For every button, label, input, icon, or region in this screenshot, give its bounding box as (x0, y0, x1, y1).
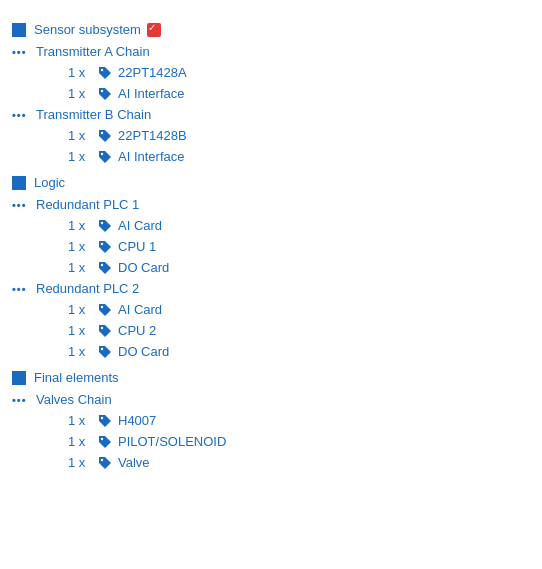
dots-icon-2: ••• (12, 109, 30, 121)
ai-card-2-label: AI Card (118, 302, 162, 317)
ai-card-2-row: 1 x AI Card (12, 299, 530, 320)
sensor-subsystem-header[interactable]: Sensor subsystem (12, 18, 530, 41)
tag-icon-12 (98, 435, 112, 449)
valves-chain-label: Valves Chain (36, 392, 112, 407)
tag-icon-9 (98, 324, 112, 338)
dots-icon-4: ••• (12, 283, 30, 295)
qty-4: 1 x (68, 149, 92, 164)
svg-point-11 (101, 437, 103, 439)
redundant-plc1-label: Redundant PLC 1 (36, 197, 139, 212)
qty-13: 1 x (68, 455, 92, 470)
svg-point-12 (101, 458, 103, 460)
svg-point-9 (101, 347, 103, 349)
transmitter-a-chain-row[interactable]: ••• Transmitter A Chain (12, 41, 530, 62)
sensor-checkbox-icon[interactable] (147, 23, 161, 37)
22pt1428a-label: 22PT1428A (118, 65, 187, 80)
svg-point-8 (101, 326, 103, 328)
svg-point-10 (101, 416, 103, 418)
svg-point-3 (101, 152, 103, 154)
svg-point-0 (101, 68, 103, 70)
dots-icon-3: ••• (12, 199, 30, 211)
ai-interface-a-label: AI Interface (118, 86, 184, 101)
do-card-1-label: DO Card (118, 260, 169, 275)
logic-label: Logic (34, 175, 65, 190)
pilot-solenoid-label: PILOT/SOLENOID (118, 434, 226, 449)
do-card-2-label: DO Card (118, 344, 169, 359)
transmitter-a-chain-label: Transmitter A Chain (36, 44, 150, 59)
qty-6: 1 x (68, 239, 92, 254)
qty-9: 1 x (68, 323, 92, 338)
svg-point-4 (101, 221, 103, 223)
do-card-2-row: 1 x DO Card (12, 341, 530, 362)
redundant-plc2-row[interactable]: ••• Redundant PLC 2 (12, 278, 530, 299)
cpu2-row: 1 x CPU 2 (12, 320, 530, 341)
qty-11: 1 x (68, 413, 92, 428)
tag-icon-1 (98, 66, 112, 80)
ai-card-1-row: 1 x AI Card (12, 215, 530, 236)
tag-icon-8 (98, 303, 112, 317)
logic-square-icon (12, 176, 26, 190)
ai-interface-a-row: 1 x AI Interface (12, 83, 530, 104)
tag-icon-6 (98, 240, 112, 254)
valve-row: 1 x Valve (12, 452, 530, 473)
ai-interface-b-label: AI Interface (118, 149, 184, 164)
ai-card-1-label: AI Card (118, 218, 162, 233)
qty-8: 1 x (68, 302, 92, 317)
h4007-row: 1 x H4007 (12, 410, 530, 431)
sensor-square-icon (12, 23, 26, 37)
qty-2: 1 x (68, 86, 92, 101)
qty-3: 1 x (68, 128, 92, 143)
transmitter-b-chain-row[interactable]: ••• Transmitter B Chain (12, 104, 530, 125)
transmitter-b-chain-label: Transmitter B Chain (36, 107, 151, 122)
22pt1428b-row: 1 x 22PT1428B (12, 125, 530, 146)
tag-icon-4 (98, 150, 112, 164)
final-elements-header[interactable]: Final elements (12, 366, 530, 389)
pilot-solenoid-row: 1 x PILOT/SOLENOID (12, 431, 530, 452)
cpu2-label: CPU 2 (118, 323, 156, 338)
final-elements-square-icon (12, 371, 26, 385)
do-card-1-row: 1 x DO Card (12, 257, 530, 278)
valves-chain-row[interactable]: ••• Valves Chain (12, 389, 530, 410)
final-elements-label: Final elements (34, 370, 119, 385)
qty-12: 1 x (68, 434, 92, 449)
cpu1-row: 1 x CPU 1 (12, 236, 530, 257)
sensor-subsystem-label: Sensor subsystem (34, 22, 141, 37)
tree-container: Sensor subsystem ••• Transmitter A Chain… (0, 10, 542, 481)
tag-icon-7 (98, 261, 112, 275)
22pt1428a-row: 1 x 22PT1428A (12, 62, 530, 83)
redundant-plc2-label: Redundant PLC 2 (36, 281, 139, 296)
svg-point-1 (101, 89, 103, 91)
dots-icon-5: ••• (12, 394, 30, 406)
logic-header[interactable]: Logic (12, 171, 530, 194)
tag-icon-2 (98, 87, 112, 101)
tag-icon-3 (98, 129, 112, 143)
h4007-label: H4007 (118, 413, 156, 428)
tag-icon-13 (98, 456, 112, 470)
qty-10: 1 x (68, 344, 92, 359)
dots-icon-1: ••• (12, 46, 30, 58)
svg-point-2 (101, 131, 103, 133)
svg-point-6 (101, 263, 103, 265)
ai-interface-b-row: 1 x AI Interface (12, 146, 530, 167)
tag-icon-10 (98, 345, 112, 359)
svg-point-5 (101, 242, 103, 244)
tag-icon-11 (98, 414, 112, 428)
valve-label: Valve (118, 455, 150, 470)
22pt1428b-label: 22PT1428B (118, 128, 187, 143)
tag-icon-5 (98, 219, 112, 233)
svg-point-7 (101, 305, 103, 307)
qty-1: 1 x (68, 65, 92, 80)
qty-7: 1 x (68, 260, 92, 275)
qty-5: 1 x (68, 218, 92, 233)
redundant-plc1-row[interactable]: ••• Redundant PLC 1 (12, 194, 530, 215)
cpu1-label: CPU 1 (118, 239, 156, 254)
